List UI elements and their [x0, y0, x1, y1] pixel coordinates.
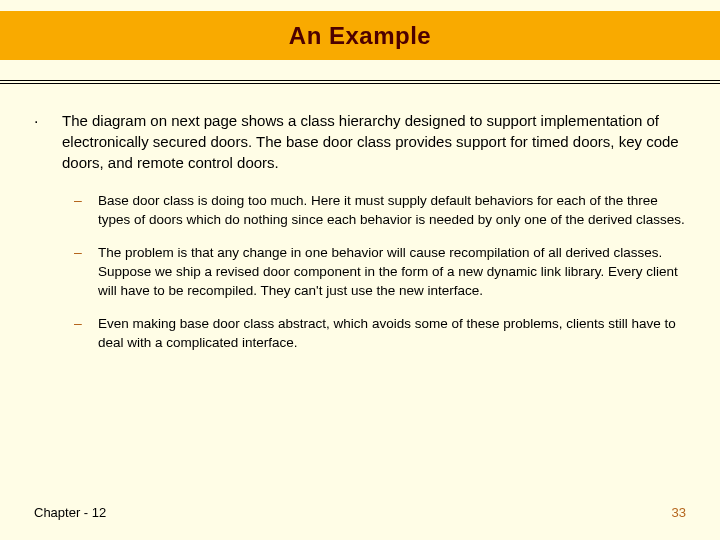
bullet-dash-icon: –: [74, 243, 98, 300]
sub-bullet: – Even making base door class abstract, …: [74, 314, 686, 352]
bullet-dot-icon: ·: [34, 110, 62, 173]
main-bullet: · The diagram on next page shows a class…: [34, 110, 686, 173]
sub-bullet-text: The problem is that any change in one be…: [98, 243, 686, 300]
bullet-dash-icon: –: [74, 191, 98, 229]
main-bullet-text: The diagram on next page shows a class h…: [62, 110, 686, 173]
title-band: An Example: [0, 11, 720, 60]
footer-page-number: 33: [672, 505, 686, 520]
sub-bullet-text: Even making base door class abstract, wh…: [98, 314, 686, 352]
sub-bullet-text: Base door class is doing too much. Here …: [98, 191, 686, 229]
slide-title: An Example: [289, 22, 431, 50]
sub-bullet-list: – Base door class is doing too much. Her…: [74, 191, 686, 352]
footer-chapter: Chapter - 12: [34, 505, 106, 520]
divider-double-rule: [0, 80, 720, 84]
sub-bullet: – Base door class is doing too much. Her…: [74, 191, 686, 229]
content-area: · The diagram on next page shows a class…: [34, 110, 686, 366]
bullet-dash-icon: –: [74, 314, 98, 352]
sub-bullet: – The problem is that any change in one …: [74, 243, 686, 300]
